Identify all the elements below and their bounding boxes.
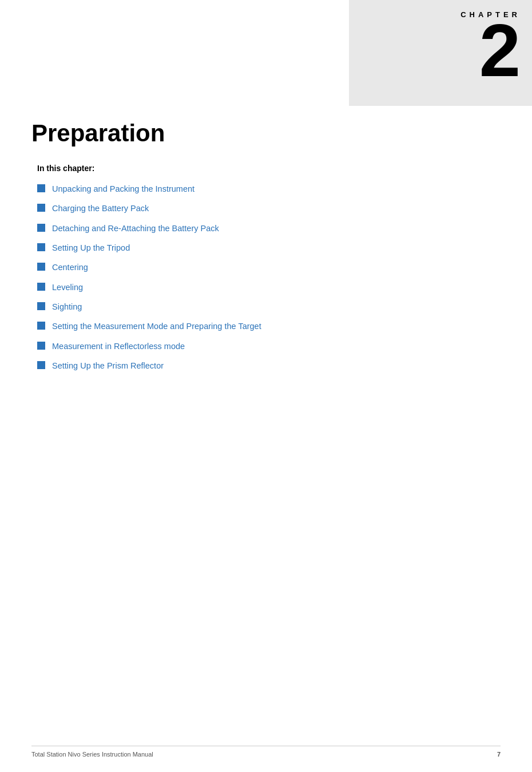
toc-link-setting-measurement[interactable]: Setting the Measurement Mode and Prepari… — [52, 320, 261, 332]
toc-link-prism[interactable]: Setting Up the Prism Reflector — [52, 360, 164, 371]
toc-item-detaching[interactable]: Detaching and Re-Attaching the Battery P… — [37, 223, 501, 234]
toc-item-tripod[interactable]: Setting Up the Tripod — [37, 242, 501, 254]
in-this-chapter-label: In this chapter: — [37, 164, 501, 173]
toc-list: Unpacking and Packing the InstrumentChar… — [37, 183, 501, 371]
chapter-number: 2 — [479, 13, 521, 88]
toc-item-centering[interactable]: Centering — [37, 262, 501, 273]
footer-manual-name: Total Station Nivo Series Instruction Ma… — [31, 751, 153, 758]
toc-bullet-icon — [37, 184, 45, 192]
toc-link-detaching[interactable]: Detaching and Re-Attaching the Battery P… — [52, 223, 219, 234]
toc-item-prism[interactable]: Setting Up the Prism Reflector — [37, 360, 501, 371]
page-footer: Total Station Nivo Series Instruction Ma… — [31, 746, 501, 758]
toc-bullet-icon — [37, 302, 45, 310]
toc-item-unpacking[interactable]: Unpacking and Packing the Instrument — [37, 183, 501, 195]
toc-link-sighting[interactable]: Sighting — [52, 301, 82, 312]
toc-link-leveling[interactable]: Leveling — [52, 282, 83, 293]
toc-item-charging[interactable]: Charging the Battery Pack — [37, 203, 501, 214]
toc-item-sighting[interactable]: Sighting — [37, 301, 501, 312]
toc-bullet-icon — [37, 204, 45, 212]
chapter-header: CHAPTER 2 — [349, 0, 532, 106]
toc-bullet-icon — [37, 361, 45, 369]
toc-bullet-icon — [37, 322, 45, 330]
toc-bullet-icon — [37, 342, 45, 350]
page-container: CHAPTER 2 Preparation In this chapter: U… — [0, 0, 532, 772]
toc-link-centering[interactable]: Centering — [52, 262, 88, 273]
toc-item-leveling[interactable]: Leveling — [37, 282, 501, 293]
toc-link-tripod[interactable]: Setting Up the Tripod — [52, 242, 130, 254]
toc-item-setting-measurement[interactable]: Setting the Measurement Mode and Prepari… — [37, 320, 501, 332]
toc-bullet-icon — [37, 224, 45, 232]
toc-link-reflectorless[interactable]: Measurement in Reflectorless mode — [52, 341, 185, 352]
toc-bullet-icon — [37, 283, 45, 291]
main-content: Preparation In this chapter: Unpacking a… — [31, 120, 501, 379]
toc-link-unpacking[interactable]: Unpacking and Packing the Instrument — [52, 183, 194, 195]
toc-item-reflectorless[interactable]: Measurement in Reflectorless mode — [37, 341, 501, 352]
toc-bullet-icon — [37, 243, 45, 251]
toc-link-charging[interactable]: Charging the Battery Pack — [52, 203, 149, 214]
footer-page-number: 7 — [497, 751, 501, 758]
toc-bullet-icon — [37, 263, 45, 271]
page-title: Preparation — [31, 120, 501, 147]
